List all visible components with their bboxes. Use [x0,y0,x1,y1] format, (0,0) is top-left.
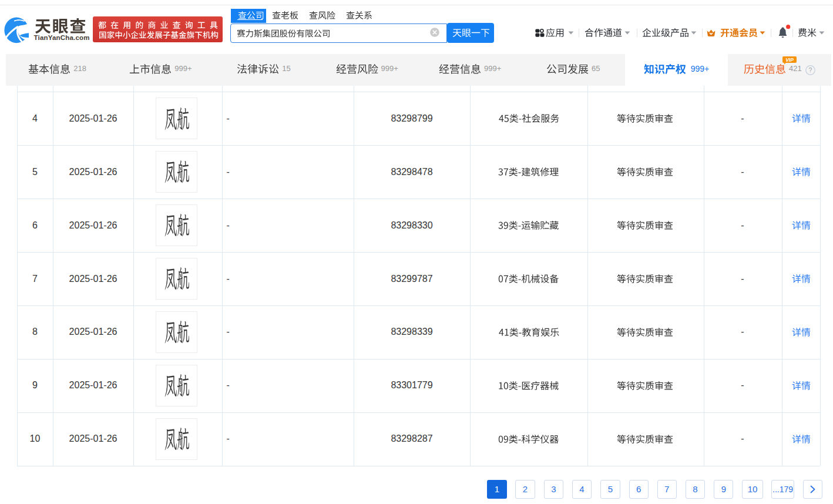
svg-text:VIP: VIP [785,57,794,63]
svg-text:?: ? [809,66,812,73]
